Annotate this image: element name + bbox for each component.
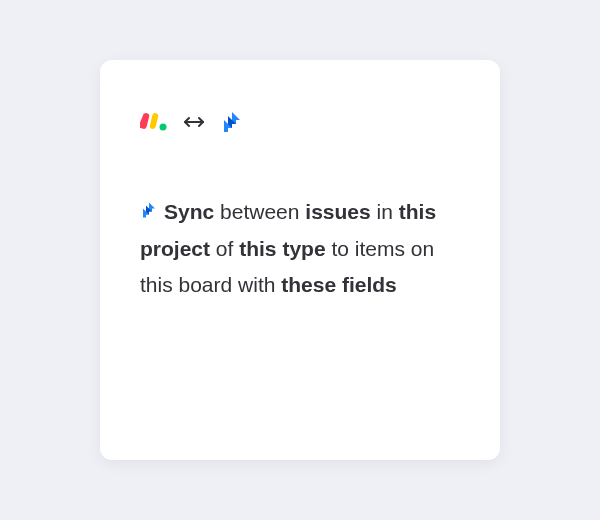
sync-arrows-icon xyxy=(182,113,206,135)
jira-icon xyxy=(220,110,244,138)
jira-icon xyxy=(140,194,158,230)
link-this-type[interactable]: this type xyxy=(239,237,325,260)
text-between: between xyxy=(220,200,299,223)
sync-action: Sync xyxy=(164,200,214,223)
link-issues[interactable]: issues xyxy=(305,200,370,223)
monday-icon xyxy=(140,111,168,137)
text-to-items: to items xyxy=(331,237,405,260)
sync-description: Sync between issues in this project of t… xyxy=(140,194,460,303)
text-in: in xyxy=(377,200,393,223)
svg-point-2 xyxy=(160,124,167,131)
text-of: of xyxy=(216,237,234,260)
svg-rect-1 xyxy=(149,113,159,130)
sync-card: Sync between issues in this project of t… xyxy=(100,60,500,460)
link-these-fields[interactable]: these fields xyxy=(281,273,397,296)
integration-icons xyxy=(140,110,460,138)
